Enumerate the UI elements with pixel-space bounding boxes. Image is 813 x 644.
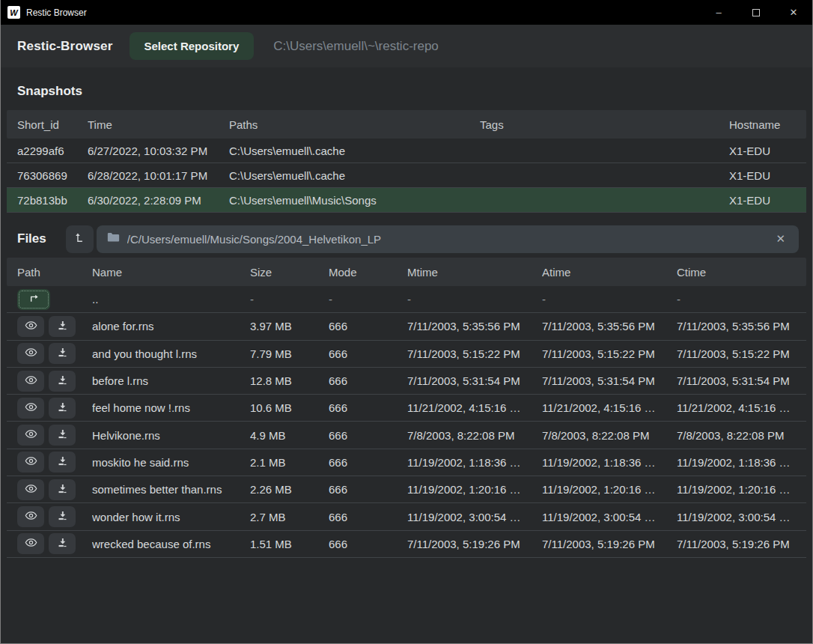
snapshot-short-id: 76306869 bbox=[7, 169, 88, 182]
repository-path: C:\Users\emuell\~\restic-repo bbox=[273, 39, 439, 54]
download-icon bbox=[57, 537, 68, 550]
download-icon bbox=[57, 483, 68, 496]
file-row: before l.rns 12.8 MB 666 7/11/2003, 5:31… bbox=[7, 368, 806, 395]
column-header-tags: Tags bbox=[480, 118, 729, 131]
column-header-mode: Mode bbox=[329, 266, 407, 279]
view-file-button[interactable] bbox=[17, 533, 44, 554]
file-size: 7.79 MB bbox=[250, 347, 329, 360]
app-window: W Restic Browser – ✕ Restic-Browser Sele… bbox=[0, 0, 813, 644]
file-row: feel home now !.rns 10.6 MB 666 11/21/20… bbox=[7, 395, 806, 422]
view-file-button[interactable] bbox=[17, 398, 44, 419]
download-file-button[interactable] bbox=[49, 479, 76, 500]
snapshot-paths: C:\Users\emuell\.cache bbox=[229, 169, 480, 182]
download-icon bbox=[57, 510, 68, 523]
file-mode: 666 bbox=[329, 483, 407, 496]
snapshots-heading: Snapshots bbox=[1, 67, 812, 110]
wails-logo-icon: W bbox=[7, 6, 20, 19]
file-mtime: 7/11/2003, 5:31:54 PM bbox=[407, 374, 542, 387]
download-file-button[interactable] bbox=[49, 425, 76, 446]
go-parent-directory-button[interactable] bbox=[17, 289, 50, 310]
download-icon bbox=[57, 455, 68, 469]
current-path-bar[interactable]: /C/Users/emuell/Music/Songs/2004_Helveti… bbox=[97, 225, 799, 253]
eye-icon bbox=[25, 319, 37, 334]
file-name: sometimes better than.rns bbox=[92, 483, 250, 496]
file-atime: 11/19/2002, 1:20:16 … bbox=[542, 483, 677, 496]
snapshots-table: Short_id Time Paths Tags Hostname a2299a… bbox=[7, 110, 806, 213]
snapshot-time: 6/30/2022, 2:28:09 PM bbox=[88, 194, 229, 207]
file-row: sometimes better than.rns 2.26 MB 666 11… bbox=[7, 476, 806, 503]
eye-icon bbox=[25, 455, 37, 470]
current-path-text: /C/Users/emuell/Music/Songs/2004_Helveti… bbox=[127, 233, 773, 246]
file-size: 2.7 MB bbox=[250, 511, 329, 523]
app-title: Restic-Browser bbox=[17, 39, 113, 54]
clear-path-button[interactable]: ✕ bbox=[773, 231, 788, 247]
eye-icon bbox=[25, 346, 37, 361]
view-file-button[interactable] bbox=[17, 371, 44, 392]
snapshot-hostname: X1-EDU bbox=[729, 194, 806, 207]
file-atime: - bbox=[542, 293, 677, 306]
download-file-button[interactable] bbox=[49, 398, 76, 419]
view-file-button[interactable] bbox=[17, 316, 44, 337]
file-mode: 666 bbox=[329, 320, 407, 332]
view-file-button[interactable] bbox=[17, 343, 44, 364]
titlebar: W Restic Browser – ✕ bbox=[1, 0, 812, 25]
file-size: 3.97 MB bbox=[250, 320, 329, 332]
view-file-button[interactable] bbox=[17, 452, 44, 473]
file-atime: 7/11/2003, 5:35:56 PM bbox=[542, 320, 677, 332]
download-icon bbox=[57, 374, 68, 388]
file-row: wrecked because of.rns 1.51 MB 666 7/11/… bbox=[7, 531, 806, 558]
file-mtime: 7/8/2003, 8:22:08 PM bbox=[407, 429, 542, 442]
close-button[interactable]: ✕ bbox=[775, 0, 812, 25]
file-atime: 11/21/2002, 4:15:16 … bbox=[542, 401, 677, 414]
eye-icon bbox=[25, 428, 37, 443]
up-level-icon bbox=[73, 231, 86, 246]
snapshot-short-id: 72b813bb bbox=[7, 194, 88, 207]
view-file-button[interactable] bbox=[17, 506, 44, 527]
file-name: wonder how it.rns bbox=[92, 511, 250, 523]
file-name: moskito he said.rns bbox=[92, 456, 250, 469]
file-row: moskito he said.rns 2.1 MB 666 11/19/200… bbox=[7, 449, 806, 476]
download-file-button[interactable] bbox=[49, 533, 76, 554]
download-file-button[interactable] bbox=[49, 452, 76, 473]
file-ctime: 11/21/2002, 4:15:16 … bbox=[677, 401, 806, 414]
file-mode: 666 bbox=[329, 511, 407, 523]
download-icon bbox=[57, 320, 68, 333]
file-ctime: 11/19/2002, 1:20:16 … bbox=[677, 483, 806, 496]
file-name: and you thought l.rns bbox=[92, 347, 250, 360]
file-name: Helvikone.rns bbox=[92, 429, 250, 442]
file-mode: 666 bbox=[329, 347, 407, 360]
snapshot-short-id: a2299af6 bbox=[7, 145, 88, 157]
file-atime: 7/11/2003, 5:31:54 PM bbox=[542, 374, 677, 387]
file-ctime: 7/11/2003, 5:35:56 PM bbox=[677, 320, 806, 332]
view-file-button[interactable] bbox=[17, 425, 44, 446]
file-name: feel home now !.rns bbox=[92, 401, 250, 414]
app-header: Restic-Browser Select Repository C:\User… bbox=[1, 25, 812, 67]
window-title: Restic Browser bbox=[26, 7, 87, 18]
view-file-button[interactable] bbox=[17, 479, 44, 500]
snapshots-table-header: Short_id Time Paths Tags Hostname bbox=[7, 110, 806, 139]
eye-icon bbox=[25, 509, 37, 524]
download-icon bbox=[57, 347, 68, 360]
file-name: wrecked because of.rns bbox=[92, 538, 250, 550]
snapshot-time: 6/27/2022, 10:03:32 PM bbox=[88, 145, 229, 157]
download-file-button[interactable] bbox=[49, 371, 76, 392]
snapshot-row-selected[interactable]: 72b813bb 6/30/2022, 2:28:09 PM C:\Users\… bbox=[7, 188, 806, 213]
up-level-button[interactable] bbox=[66, 225, 94, 253]
minimize-button[interactable]: – bbox=[700, 0, 737, 25]
file-mtime: 7/11/2003, 5:15:22 PM bbox=[407, 347, 542, 360]
snapshot-row[interactable]: 76306869 6/28/2022, 10:01:17 PM C:\Users… bbox=[7, 163, 806, 188]
download-file-button[interactable] bbox=[49, 316, 76, 337]
snapshot-row[interactable]: a2299af6 6/27/2022, 10:03:32 PM C:\Users… bbox=[7, 139, 806, 163]
download-file-button[interactable] bbox=[49, 343, 76, 364]
select-repository-button[interactable]: Select Repository bbox=[130, 32, 255, 60]
file-mode: 666 bbox=[329, 456, 407, 469]
maximize-button[interactable] bbox=[737, 0, 775, 25]
file-mtime: 11/19/2002, 3:00:54 … bbox=[407, 511, 542, 523]
file-name: before l.rns bbox=[92, 374, 250, 387]
snapshot-paths: C:\Users\emuell\Music\Songs bbox=[229, 194, 480, 207]
file-mtime: 11/21/2002, 4:15:16 … bbox=[407, 401, 542, 414]
download-file-button[interactable] bbox=[49, 506, 76, 527]
file-atime: 7/8/2003, 8:22:08 PM bbox=[542, 429, 677, 442]
file-row: Helvikone.rns 4.9 MB 666 7/8/2003, 8:22:… bbox=[7, 422, 806, 449]
file-mode: 666 bbox=[329, 538, 407, 550]
